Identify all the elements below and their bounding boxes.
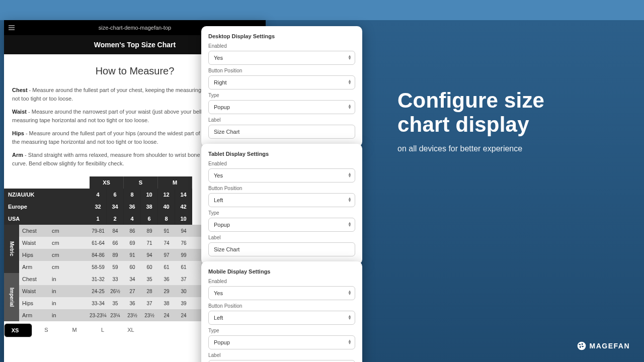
position-select[interactable]: Left▲▼ bbox=[208, 311, 355, 325]
field-label: Enabled bbox=[208, 279, 355, 284]
label-input[interactable]: Size Chart bbox=[208, 125, 355, 139]
field-label: Type bbox=[208, 93, 355, 98]
field-label: Type bbox=[208, 328, 355, 333]
label-input[interactable]: Size Chart bbox=[208, 242, 355, 256]
marketing-copy: Configure sizechart display on all devic… bbox=[397, 88, 544, 153]
tablet-settings-card: Tablet Display Settings Enabled Yes▲▼ Bu… bbox=[201, 144, 362, 264]
field-label: Type bbox=[208, 210, 355, 216]
imperial-tab[interactable]: Imperial bbox=[4, 273, 19, 321]
fan-icon bbox=[577, 341, 587, 351]
metric-tab[interactable]: Metric bbox=[4, 225, 19, 273]
type-select[interactable]: Popup▲▼ bbox=[208, 218, 355, 232]
region-label: Europe bbox=[4, 201, 90, 213]
size-tab[interactable]: XS bbox=[4, 323, 32, 337]
chevron-updown-icon: ▲▼ bbox=[348, 222, 352, 227]
enabled-select[interactable]: Yes▲▼ bbox=[208, 51, 355, 65]
card-title: Mobile Display Settings bbox=[208, 268, 355, 275]
size-col-header: M bbox=[158, 176, 192, 189]
region-label: USA bbox=[4, 213, 90, 225]
size-col-header: XS bbox=[90, 176, 124, 189]
size-col-header: S bbox=[124, 176, 158, 189]
brand-logo: MAGEFAN bbox=[577, 341, 630, 351]
mobile-settings-card: Mobile Display Settings Enabled Yes▲▼ Bu… bbox=[201, 261, 362, 362]
label-input[interactable]: Size Chart bbox=[208, 360, 355, 362]
chevron-updown-icon: ▲▼ bbox=[348, 80, 352, 85]
type-select[interactable]: Popup▲▼ bbox=[208, 100, 355, 114]
chevron-updown-icon: ▲▼ bbox=[348, 340, 352, 345]
chevron-updown-icon: ▲▼ bbox=[348, 315, 352, 320]
region-label: NZ/AU/UK bbox=[4, 189, 90, 201]
field-label: Enabled bbox=[208, 161, 355, 166]
headline: Configure sizechart display bbox=[397, 88, 544, 137]
size-tab[interactable]: L bbox=[89, 323, 117, 336]
chevron-updown-icon: ▲▼ bbox=[348, 55, 352, 60]
field-label: Button Position bbox=[208, 186, 355, 191]
size-tab[interactable]: S bbox=[32, 323, 60, 336]
chevron-updown-icon: ▲▼ bbox=[348, 105, 352, 110]
position-select[interactable]: Left▲▼ bbox=[208, 193, 355, 207]
card-title: Desktop Display Settings bbox=[208, 33, 355, 39]
enabled-select[interactable]: Yes▲▼ bbox=[208, 286, 355, 300]
enabled-select[interactable]: Yes▲▼ bbox=[208, 168, 355, 183]
field-label: Button Position bbox=[208, 303, 355, 309]
hamburger-icon[interactable] bbox=[4, 24, 19, 32]
field-label: Button Position bbox=[208, 68, 355, 73]
card-title: Tablet Display Settings bbox=[208, 151, 355, 157]
field-label: Enabled bbox=[208, 43, 355, 49]
size-tab[interactable]: M bbox=[60, 323, 89, 336]
chevron-updown-icon: ▲▼ bbox=[348, 198, 352, 203]
chevron-updown-icon: ▲▼ bbox=[348, 291, 352, 296]
subheadline: on all devices for better experience bbox=[397, 144, 544, 153]
field-label: Label bbox=[208, 235, 355, 240]
desktop-settings-card: Desktop Display Settings Enabled Yes▲▼ B… bbox=[201, 26, 362, 147]
field-label: Label bbox=[208, 117, 355, 123]
field-label: Label bbox=[208, 352, 355, 358]
type-select[interactable]: Popup▲▼ bbox=[208, 335, 355, 349]
position-select[interactable]: Right▲▼ bbox=[208, 75, 355, 89]
chevron-updown-icon: ▲▼ bbox=[348, 173, 352, 178]
size-tab[interactable]: XL bbox=[117, 323, 145, 336]
